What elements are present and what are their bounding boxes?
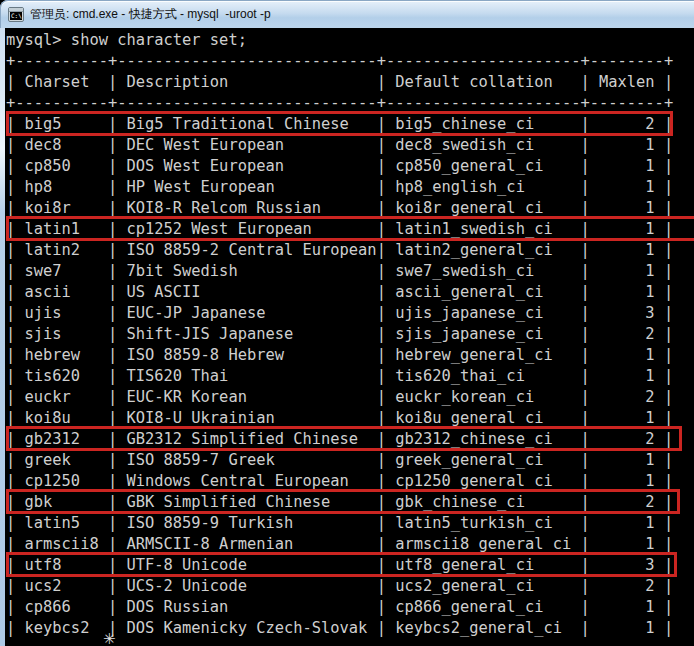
console-line: | sjis | Shift-JIS Japanese | sjis_japan…: [6, 324, 694, 345]
cmd-icon[interactable]: C:\.: [8, 7, 24, 22]
highlight-box-gbk: [6, 489, 680, 514]
console-line: +----------+----------------------------…: [6, 51, 694, 72]
console-line: | swe7 | 7bit Swedish | swe7_swedish_ci …: [6, 261, 694, 282]
mouse-cursor-mark: ✳: [103, 630, 116, 646]
console-line: mysql> show character set;: [6, 30, 694, 51]
console-line: | ascii | US ASCII | ascii_general_ci | …: [6, 282, 694, 303]
console-line: | greek | ISO 8859-7 Greek | greek_gener…: [6, 450, 694, 471]
console-line: | tis620 | TIS620 Thai | tis620_thai_ci …: [6, 366, 694, 387]
highlight-box-big5: [6, 111, 673, 136]
titlebar[interactable]: C:\. 管理员: cmd.exe - 快捷方式 - mysql -uroot …: [0, 0, 694, 28]
console-line: | hebrew | ISO 8859-8 Hebrew | hebrew_ge…: [6, 345, 694, 366]
console-output[interactable]: mysql> show character set;+----------+--…: [5, 28, 694, 646]
console-line: | euckr | EUC-KR Korean | euckr_korean_c…: [6, 387, 694, 408]
console-line: | ujis | EUC-JP Japanese | ujis_japanese…: [6, 303, 694, 324]
console-line: | hp8 | HP West European | hp8_english_c…: [6, 177, 694, 198]
window-title: 管理员: cmd.exe - 快捷方式 - mysql -uroot -p: [30, 6, 271, 23]
highlight-box-latin1: [6, 216, 694, 241]
console-line: | Charset | Description | Default collat…: [6, 72, 694, 93]
console-line: | dec8 | DEC West European | dec8_swedis…: [6, 135, 694, 156]
console-line: | cp850 | DOS West European | cp850_gene…: [6, 156, 694, 177]
highlight-box-utf8: [6, 552, 677, 577]
console-line: | latin5 | ISO 8859-9 Turkish | latin5_t…: [6, 513, 694, 534]
cmd-icon-prompt-text: C:\.: [10, 12, 22, 20]
console-line: | cp866 | DOS Russian | cp866_general_ci…: [6, 597, 694, 618]
console-line: | ucs2 | UCS-2 Unicode | ucs2_general_ci…: [6, 576, 694, 597]
highlight-box-gb2312: [6, 426, 682, 451]
console-line: | latin2 | ISO 8859-2 Central European| …: [6, 240, 694, 261]
cmd-window: C:\. 管理员: cmd.exe - 快捷方式 - mysql -uroot …: [0, 0, 694, 646]
